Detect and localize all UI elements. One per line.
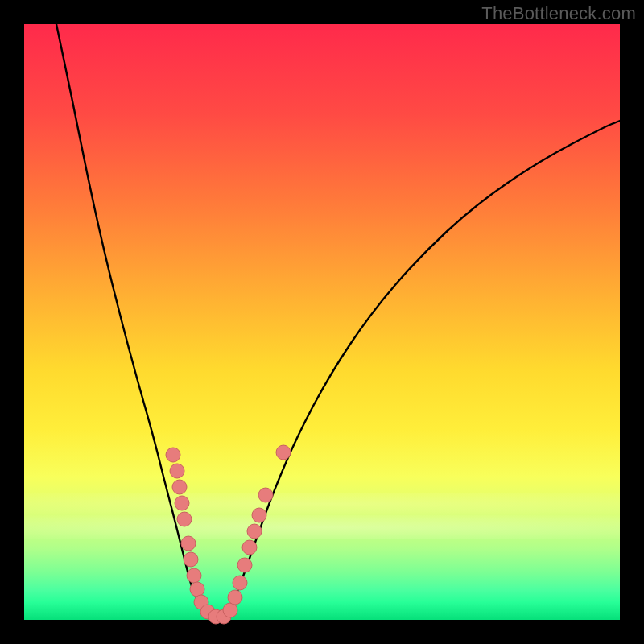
highlight-dot [233, 576, 247, 590]
highlight-dot [166, 448, 180, 462]
highlight-dot [172, 480, 187, 494]
highlight-dots-group [166, 445, 291, 624]
chart-frame: TheBottleneck.com [0, 0, 644, 644]
highlight-dot [170, 464, 184, 478]
curve-right-branch [217, 121, 620, 618]
highlight-dot [237, 558, 252, 572]
highlight-dot [187, 568, 201, 583]
highlight-dot [228, 590, 242, 605]
highlight-dot [184, 552, 198, 567]
chart-svg [24, 24, 620, 620]
highlight-dot [190, 582, 204, 597]
highlight-dot [276, 445, 291, 460]
highlight-dot [175, 496, 189, 510]
highlight-dot [177, 512, 192, 526]
watermark-text: TheBottleneck.com [481, 3, 636, 24]
highlight-dot [223, 603, 237, 617]
highlight-dot [258, 488, 273, 502]
highlight-dot [252, 508, 266, 522]
curve-left-branch [56, 24, 217, 618]
highlight-dot [247, 524, 262, 539]
highlight-dot [181, 536, 196, 551]
highlight-dot [242, 540, 257, 555]
